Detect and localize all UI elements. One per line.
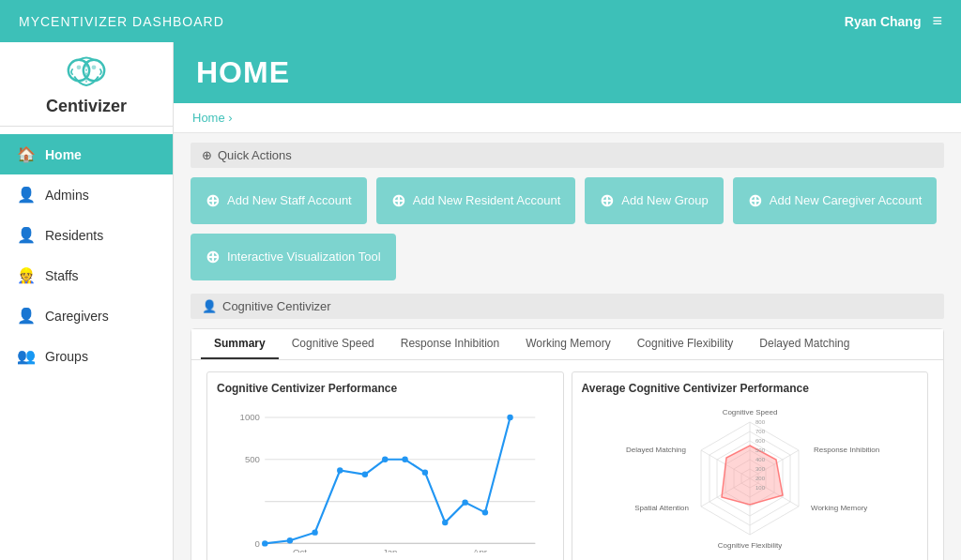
plus-icon-resident: ⊕ [391,190,405,211]
svg-text:100: 100 [755,485,766,491]
top-header: MYCENTIVIZER DASHBOARD Ryan Chang ≡ [0,0,961,42]
cognitive-tabs: Summary Cognitive Speed Response Inhibit… [191,329,943,360]
sidebar-item-admins[interactable]: 👤 Admins [0,174,173,215]
groups-icon: 👥 [17,347,36,365]
cognitive-section-icon: 👤 [202,299,217,313]
sidebar-item-home[interactable]: 🏠 Home [0,134,173,174]
logo-text: Centivizer [46,97,127,116]
radar-chart-box: Average Cognitive Centivizer Performance [572,371,929,560]
admins-icon: 👤 [17,186,36,204]
sidebar: Centivizer 🏠 Home 👤 Admins 👤 Residents 👷… [0,42,174,560]
radar-chart-container: Cognitive Speed Response Inhibition Work… [582,402,919,552]
sidebar-item-caregivers[interactable]: 👤 Caregivers [0,295,173,336]
tab-response-inhibition[interactable]: Response Inhibition [388,329,512,359]
quick-actions-label: Quick Actions [218,148,292,162]
svg-text:400: 400 [755,457,766,462]
action-visualization[interactable]: ⊕ Interactive Visualization Tool [191,234,396,280]
breadcrumb: Home › [174,103,961,133]
sidebar-item-staffs[interactable]: 👷 Staffs [0,255,173,295]
action-add-group[interactable]: ⊕ Add New Group [585,177,724,224]
svg-point-4 [92,65,97,69]
svg-text:Cognitive Speed: Cognitive Speed [722,408,777,416]
svg-text:Jan: Jan [383,547,397,552]
sidebar-item-residents-label: Residents [45,228,103,243]
page-title-bar: HOME [174,42,961,103]
home-icon: 🏠 [17,145,36,163]
user-info: Ryan Chang ≡ [845,11,942,31]
caregivers-icon: 👤 [17,307,36,325]
svg-text:Working Memory: Working Memory [811,504,867,512]
svg-point-17 [362,472,368,477]
quick-actions-icon: ⊕ [202,148,212,162]
action-add-resident[interactable]: ⊕ Add New Resident Account [376,177,576,224]
content-area: HOME Home › ⊕ Quick Actions ⊕ Add New St… [174,42,961,560]
svg-point-23 [482,509,488,515]
sidebar-item-groups[interactable]: 👥 Groups [0,336,173,376]
line-chart-box: Cognitive Centivizer Performance 1000 [206,371,564,560]
svg-text:Response Inhibition: Response Inhibition [814,446,879,454]
user-name: Ryan Chang [845,14,922,29]
radar-chart-svg: Cognitive Speed Response Inhibition Work… [609,405,891,551]
svg-point-15 [312,529,317,535]
tab-summary[interactable]: Summary [201,329,279,359]
sidebar-item-residents[interactable]: 👤 Residents [0,215,173,255]
sidebar-item-groups-label: Groups [45,349,88,364]
svg-text:Cognitive Flexibility: Cognitive Flexibility [718,541,782,550]
svg-text:Apr: Apr [473,547,488,552]
svg-text:800: 800 [755,419,766,425]
action-add-staff[interactable]: ⊕ Add New Staff Account [191,177,367,224]
content-scroll[interactable]: ⊕ Quick Actions ⊕ Add New Staff Account … [174,133,961,560]
main-layout: Centivizer 🏠 Home 👤 Admins 👤 Residents 👷… [0,42,961,560]
svg-text:500: 500 [755,447,766,453]
cognitive-section-label: Cognitive Centivizer [222,299,331,313]
quick-actions-header: ⊕ Quick Actions [191,143,944,168]
cognitive-section-header: 👤 Cognitive Centivizer [191,294,944,319]
action-resident-label: Add New Resident Account [413,193,561,209]
action-caregiver-label: Add New Caregiver Account [770,193,923,209]
svg-text:700: 700 [755,429,766,434]
line-chart-container: 1000 500 0 [217,402,554,552]
tab-working-memory[interactable]: Working Memory [512,329,623,359]
logo-icon [63,55,110,93]
svg-text:1000: 1000 [240,412,260,422]
svg-text:Delayed Matching: Delayed Matching [626,446,686,454]
action-viz-label: Interactive Visualization Tool [227,250,381,265]
staffs-icon: 👷 [17,266,36,284]
svg-text:600: 600 [755,438,766,444]
svg-text:500: 500 [245,454,260,464]
svg-point-14 [287,537,293,543]
tab-cognitive-speed[interactable]: Cognitive Speed [279,329,388,359]
line-chart-svg: 1000 500 0 [217,402,554,552]
sidebar-logo: Centivizer [0,42,173,127]
page-title: HOME [196,55,938,90]
sidebar-nav: 🏠 Home 👤 Admins 👤 Residents 👷 Staffs 👤 C… [0,127,173,560]
svg-point-16 [337,467,343,473]
breadcrumb-chevron: › [228,111,232,125]
hamburger-icon[interactable]: ≡ [932,11,942,31]
svg-text:Oct: Oct [293,547,307,552]
svg-text:300: 300 [755,466,766,472]
breadcrumb-home[interactable]: Home [192,111,225,125]
svg-point-3 [77,65,82,69]
svg-point-13 [262,540,267,546]
charts-row: Cognitive Centivizer Performance 1000 [191,360,943,560]
dashboard-title: MYCENTIVIZER DASHBOARD [19,14,224,29]
cognitive-section: Summary Cognitive Speed Response Inhibit… [191,328,944,560]
svg-text:200: 200 [755,476,766,481]
radar-chart-title: Average Cognitive Centivizer Performance [582,382,919,395]
svg-point-19 [402,457,407,462]
tab-delayed-matching[interactable]: Delayed Matching [746,329,862,359]
tab-cognitive-flexibility[interactable]: Cognitive Flexibility [624,329,747,359]
sidebar-item-staffs-label: Staffs [45,268,79,283]
plus-icon-staff: ⊕ [206,190,220,211]
svg-point-22 [462,499,467,505]
action-group-label: Add New Group [621,193,709,209]
line-chart-title: Cognitive Centivizer Performance [217,382,554,395]
sidebar-item-caregivers-label: Caregivers [45,309,109,324]
action-add-caregiver[interactable]: ⊕ Add New Caregiver Account [733,177,938,224]
svg-point-21 [442,520,448,525]
svg-point-24 [507,415,512,420]
action-staff-label: Add New Staff Account [227,193,352,209]
plus-icon-group: ⊕ [600,190,614,211]
quick-actions-grid: ⊕ Add New Staff Account ⊕ Add New Reside… [191,177,944,280]
